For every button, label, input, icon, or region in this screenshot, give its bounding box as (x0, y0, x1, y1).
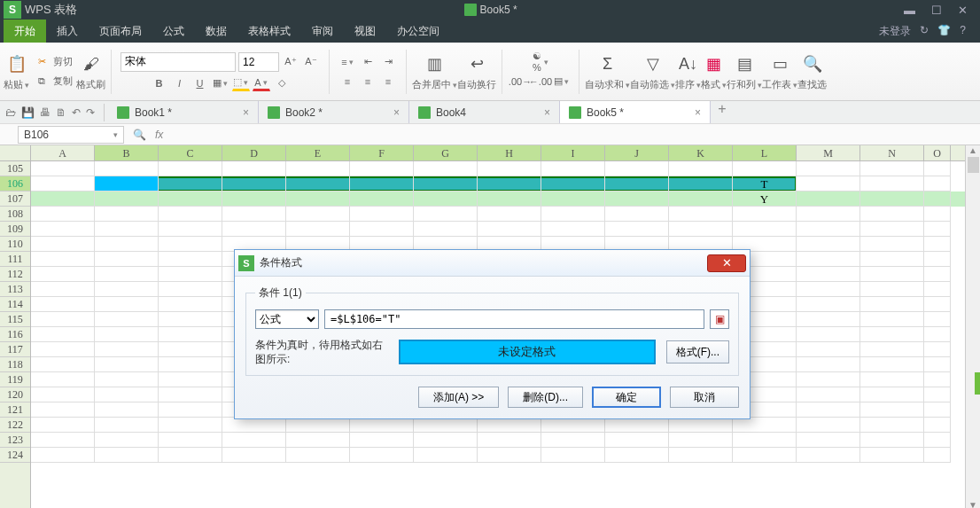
find-button[interactable]: 🔍查找选 (797, 51, 827, 91)
cell-A107[interactable] (31, 191, 95, 207)
increase-decimal-icon[interactable]: .00→ (511, 74, 529, 90)
menu-data[interactable]: 数据 (195, 20, 237, 43)
print-icon[interactable]: 🖶 (40, 106, 51, 119)
menu-formula[interactable]: 公式 (152, 20, 195, 43)
rowcol-button[interactable]: ▤行和列 (727, 51, 762, 91)
cell-H105[interactable] (478, 161, 541, 176)
cell-K107[interactable] (669, 191, 733, 207)
name-box[interactable]: B106▾ (18, 126, 124, 144)
cell-M124[interactable] (797, 448, 860, 463)
row-header-118[interactable]: 118 (0, 357, 30, 372)
cell-L108[interactable] (733, 207, 797, 222)
row-header-124[interactable]: 124 (0, 448, 30, 463)
cell-D109[interactable] (222, 222, 286, 237)
row-header-111[interactable]: 111 (0, 252, 30, 267)
cell-I124[interactable] (541, 448, 605, 463)
cell-C106[interactable] (159, 176, 222, 191)
font-color-icon[interactable]: A (253, 75, 270, 91)
redo-icon[interactable]: ↷ (86, 106, 95, 119)
row-header-108[interactable]: 108 (0, 207, 30, 222)
cell-M114[interactable] (797, 297, 860, 312)
cell-B119[interactable] (95, 372, 159, 387)
cell-O124[interactable] (924, 448, 951, 463)
cell-O117[interactable] (924, 342, 951, 357)
format-button[interactable]: ▦格式 (701, 51, 727, 91)
row-header-117[interactable]: 117 (0, 342, 30, 357)
font-size-select[interactable] (238, 52, 279, 72)
cell-M110[interactable] (797, 237, 860, 252)
col-header-G[interactable]: G (414, 145, 478, 160)
cell-O110[interactable] (924, 237, 951, 252)
cell-B111[interactable] (95, 252, 159, 267)
cell-F109[interactable] (350, 222, 414, 237)
cell-A106[interactable] (31, 176, 95, 191)
row-header-120[interactable]: 120 (0, 387, 30, 402)
cell-D107[interactable] (222, 191, 286, 207)
worksheet-button[interactable]: ▭工作表 (762, 51, 797, 91)
cell-E124[interactable] (286, 448, 350, 463)
undo-icon[interactable]: ↶ (72, 106, 81, 119)
row-header-119[interactable]: 119 (0, 372, 30, 387)
copy-icon[interactable]: ⧉ (33, 74, 51, 90)
cell-C114[interactable] (159, 297, 222, 312)
cell-K123[interactable] (669, 433, 733, 448)
cell-N119[interactable] (860, 372, 924, 387)
cell-O112[interactable] (924, 267, 951, 282)
cell-C123[interactable] (159, 433, 222, 448)
cell-N120[interactable] (860, 387, 924, 402)
cell-A105[interactable] (31, 161, 95, 176)
cell-C116[interactable] (159, 327, 222, 342)
cell-H108[interactable] (478, 207, 541, 222)
cell-B114[interactable] (95, 297, 159, 312)
col-header-C[interactable]: C (159, 145, 222, 160)
cell-O111[interactable] (924, 252, 951, 267)
row-header-113[interactable]: 113 (0, 282, 30, 297)
cell-C117[interactable] (159, 342, 222, 357)
cell-B124[interactable] (95, 448, 159, 463)
cell-I105[interactable] (541, 161, 605, 176)
col-header-F[interactable]: F (350, 145, 414, 160)
cell-O119[interactable] (924, 372, 951, 387)
row-header-110[interactable]: 110 (0, 237, 30, 252)
wrap-button[interactable]: ↩ 自动换行 (457, 51, 496, 91)
clear-format-icon[interactable]: ◇ (273, 75, 291, 91)
cell-G124[interactable] (414, 448, 478, 463)
cell-L105[interactable] (733, 161, 797, 176)
tab-book5[interactable]: Book5 *× (560, 101, 711, 123)
cell-A112[interactable] (31, 267, 95, 282)
paste-button[interactable]: 📋 粘贴 (4, 51, 29, 91)
col-header-L[interactable]: L (733, 145, 797, 160)
row-header-112[interactable]: 112 (0, 267, 30, 282)
cell-O123[interactable] (924, 433, 951, 448)
row-header-123[interactable]: 123 (0, 433, 30, 448)
cut-icon[interactable]: ✂ (33, 54, 51, 70)
cell-O115[interactable] (924, 312, 951, 327)
dialog-titlebar[interactable]: S 条件格式 ✕ (235, 250, 750, 277)
cell-M120[interactable] (797, 387, 860, 402)
align-left-icon[interactable]: ≡ (338, 74, 356, 90)
cell-J105[interactable] (605, 161, 669, 176)
align-right-icon[interactable]: ≡ (379, 74, 397, 90)
cell-A109[interactable] (31, 222, 95, 237)
format-button[interactable]: 格式(F)... (666, 340, 729, 363)
cell-O113[interactable] (924, 282, 951, 297)
cell-E108[interactable] (286, 207, 350, 222)
cell-O122[interactable] (924, 418, 951, 433)
cell-H107[interactable] (478, 191, 541, 207)
cell-B120[interactable] (95, 387, 159, 402)
cell-H122[interactable] (478, 418, 541, 433)
cell-M113[interactable] (797, 282, 860, 297)
cell-A123[interactable] (31, 433, 95, 448)
cell-A121[interactable] (31, 402, 95, 418)
scrollbar-thumb[interactable] (968, 157, 979, 173)
cell-L106[interactable]: T (733, 176, 797, 191)
cell-N121[interactable] (860, 402, 924, 418)
cell-N115[interactable] (860, 312, 924, 327)
menu-insert[interactable]: 插入 (46, 20, 89, 43)
cell-O106[interactable] (924, 176, 951, 191)
decrease-font-icon[interactable]: A⁻ (302, 54, 320, 70)
row-header-116[interactable]: 116 (0, 327, 30, 342)
number-format-icon[interactable]: ☯ % (532, 54, 549, 70)
cell-B110[interactable] (95, 237, 159, 252)
login-status[interactable]: 未登录 (879, 24, 911, 39)
